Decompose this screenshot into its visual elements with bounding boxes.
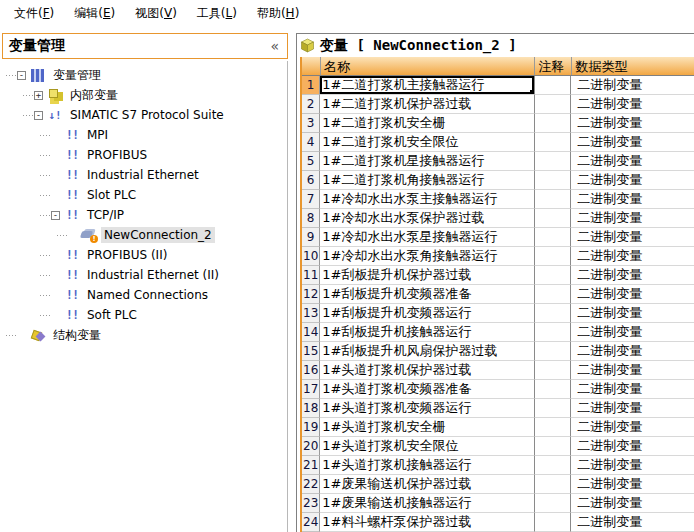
datatype-cell[interactable]: 二进制变量 [571,342,694,361]
comment-cell[interactable] [535,285,571,304]
comment-cell[interactable] [535,437,571,456]
datatype-cell[interactable]: 二进制变量 [571,190,694,209]
tree-item[interactable]: 结构变量 [2,325,287,345]
datatype-cell[interactable]: 二进制变量 [571,228,694,247]
tree-item[interactable]: !! Soft PLC [2,305,287,325]
tag-name-cell[interactable]: 1#废果输送机保护器过载 [320,475,534,494]
comment-cell[interactable] [535,171,571,190]
tag-name-cell[interactable]: 1#冷却水出水泵角接触器运行 [320,247,534,266]
row-number-cell[interactable]: 11 [302,266,320,285]
datatype-cell[interactable]: 二进制变量 [571,152,694,171]
column-header-name[interactable]: 名称 [321,57,535,75]
tree-item[interactable]: !! PROFIBUS (II) [2,245,287,265]
tag-name-cell[interactable]: 1#刮板提升机变频器准备 [320,285,534,304]
tag-name-cell[interactable]: 1#头道打浆机变频器准备 [320,380,534,399]
datatype-cell[interactable]: 二进制变量 [571,380,694,399]
datatype-cell[interactable]: 二进制变量 [571,285,694,304]
row-number-cell[interactable]: 18 [302,399,320,418]
comment-cell[interactable] [535,361,571,380]
datatype-cell[interactable]: 二进制变量 [571,133,694,152]
tree-expander-icon[interactable]: - [51,211,60,220]
row-number-cell[interactable]: 20 [302,437,320,456]
comment-cell[interactable] [535,228,571,247]
comment-cell[interactable] [535,380,571,399]
comment-cell[interactable] [535,399,571,418]
tag-name-cell[interactable]: 1#冷却水出水泵主接触器运行 [320,190,534,209]
menu-item[interactable]: 工具(L) [187,1,247,26]
tag-name-cell[interactable]: 1#二道打浆机星接触器运行 [320,152,534,171]
datatype-cell[interactable]: 二进制变量 [571,418,694,437]
datatype-cell[interactable]: 二进制变量 [571,266,694,285]
row-number-cell[interactable]: 13 [302,304,320,323]
tag-name-cell[interactable]: 1#二道打浆机保护器过载 [320,95,534,114]
menu-item[interactable]: 帮助(H) [247,1,309,26]
row-number-cell[interactable]: 1 [302,76,320,95]
row-number-cell[interactable]: 12 [302,285,320,304]
tag-name-cell[interactable]: 1#冷却水出水泵保护器过载 [320,209,534,228]
comment-cell[interactable] [535,323,571,342]
tree-item[interactable]: - ↓! SIMATIC S7 Protocol Suite [2,105,287,125]
datatype-cell[interactable]: 二进制变量 [571,114,694,133]
datatype-cell[interactable]: 二进制变量 [571,76,694,95]
tag-name-cell[interactable]: 1#头道打浆机安全栅 [320,418,534,437]
row-number-cell[interactable]: 23 [302,494,320,513]
datatype-cell[interactable]: 二进制变量 [571,456,694,475]
comment-cell[interactable] [535,494,571,513]
row-number-cell[interactable]: 3 [302,114,320,133]
datatype-cell[interactable]: 二进制变量 [571,399,694,418]
datatype-cell[interactable]: 二进制变量 [571,247,694,266]
menu-item[interactable]: 视图(V) [125,1,187,26]
tree-expander-icon[interactable]: - [34,111,43,120]
comment-cell[interactable] [535,76,571,95]
comment-cell[interactable] [535,209,571,228]
column-header-comment[interactable]: 注释 [535,57,572,75]
tag-name-cell[interactable]: 1#冷却水出水泵星接触器运行 [320,228,534,247]
row-number-cell[interactable]: 7 [302,190,320,209]
row-number-cell[interactable]: 8 [302,209,320,228]
tag-name-cell[interactable]: 1#废果输送机接触器运行 [320,494,534,513]
tag-name-cell[interactable]: 1#头道打浆机变频器运行 [320,399,534,418]
tree-expander-icon[interactable]: - [17,71,26,80]
row-number-cell[interactable]: 16 [302,361,320,380]
tree-item[interactable]: !! Named Connections [2,285,287,305]
row-number-cell[interactable]: 9 [302,228,320,247]
tag-name-cell[interactable]: 1#头道打浆机保护器过载 [320,361,534,380]
comment-cell[interactable] [535,114,571,133]
row-number-cell[interactable]: 19 [302,418,320,437]
comment-cell[interactable] [535,475,571,494]
tree-item[interactable]: NewConnection_2 [2,225,287,245]
datatype-cell[interactable]: 二进制变量 [571,437,694,456]
row-number-cell[interactable]: 24 [302,513,320,532]
row-number-cell[interactable]: 22 [302,475,320,494]
row-number-cell[interactable]: 21 [302,456,320,475]
row-number-cell[interactable]: 2 [302,95,320,114]
comment-cell[interactable] [535,342,571,361]
comment-cell[interactable] [535,95,571,114]
comment-cell[interactable] [535,266,571,285]
comment-cell[interactable] [535,513,571,532]
tree-item[interactable]: !! Industrial Ethernet [2,165,287,185]
datatype-cell[interactable]: 二进制变量 [571,304,694,323]
row-number-cell[interactable]: 5 [302,152,320,171]
tree-item[interactable]: !! Industrial Ethernet (II) [2,265,287,285]
tag-name-cell[interactable]: 1#二道打浆机安全限位 [320,133,534,152]
comment-cell[interactable] [535,152,571,171]
collapse-panel-icon[interactable]: « [270,38,279,54]
datatype-cell[interactable]: 二进制变量 [571,494,694,513]
comment-cell[interactable] [535,133,571,152]
row-number-cell[interactable]: 10 [302,247,320,266]
row-number-cell[interactable]: 4 [302,133,320,152]
column-header-datatype[interactable]: 数据类型 [572,57,694,75]
datatype-cell[interactable]: 二进制变量 [571,323,694,342]
tree-item[interactable]: - !! TCP/IP [2,205,287,225]
row-number-cell[interactable]: 15 [302,342,320,361]
comment-cell[interactable] [535,190,571,209]
tag-name-cell[interactable]: 1#刮板提升机变频器运行 [320,304,534,323]
comment-cell[interactable] [535,304,571,323]
menu-item[interactable]: 文件(F) [4,1,64,26]
row-number-cell[interactable]: 14 [302,323,320,342]
tag-name-cell[interactable]: 1#刮板提升机风扇保护器过载 [320,342,534,361]
tag-name-cell[interactable]: 1#头道打浆机接触器运行 [320,456,534,475]
grid-corner-cell[interactable] [302,57,321,75]
tag-name-cell[interactable]: 1#二道打浆机安全栅 [320,114,534,133]
